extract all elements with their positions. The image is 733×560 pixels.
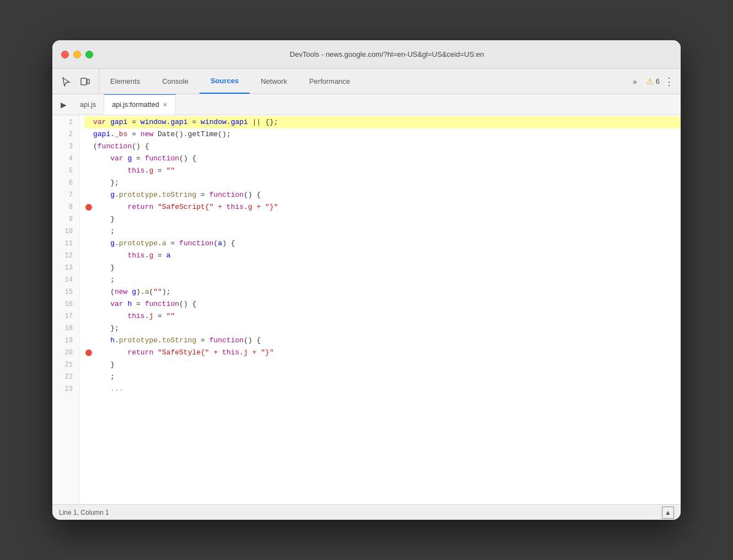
code-line-8: return "SafeScript{" + this.g + "}" [84, 201, 681, 213]
maximize-button[interactable] [85, 51, 93, 58]
toolbar-right: » ⚠ 6 ⋮ [622, 69, 681, 94]
cursor-icon[interactable] [59, 74, 73, 89]
window-title: DevTools - news.google.com/?hl=en-US&gl=… [102, 50, 672, 58]
line-num-21: 21 [59, 359, 73, 371]
line-num-22: 22 [59, 371, 73, 383]
code-line-17: this.j = "" [84, 310, 681, 322]
line-numbers: 1 2 3 4 5 6 7 8 9 10 11 12 13 14 15 16 1… [52, 115, 80, 504]
file-tab-api-js[interactable]: api.js [72, 94, 104, 115]
more-tabs-button[interactable]: » [628, 75, 642, 88]
code-line-3: (function() { [84, 141, 681, 153]
tab-sources[interactable]: Sources [200, 69, 250, 94]
line-num-3: 3 [59, 141, 73, 153]
code-line-5: this.g = "" [84, 165, 681, 177]
code-line-13: } [84, 262, 681, 274]
settings-button[interactable]: ⋮ [664, 76, 674, 88]
close-tab-icon[interactable]: ✕ [163, 102, 168, 108]
code-line-21: } [84, 359, 681, 371]
line-num-8: 8 [59, 201, 73, 213]
line-num-13: 13 [59, 262, 73, 274]
status-text: Line 1, Column 1 [59, 509, 662, 516]
code-lines[interactable]: var gapi = window.gapi = window.gapi || … [80, 115, 681, 504]
main-tabs: Elements Console Sources Network Perform… [99, 69, 622, 94]
breakpoint-20[interactable] [85, 349, 92, 356]
code-line-15: (new g).a(""); [84, 286, 681, 298]
line-num-16: 16 [59, 298, 73, 310]
svg-rect-1 [87, 79, 89, 84]
line-num-7: 7 [59, 189, 73, 201]
warning-count: 6 [656, 77, 660, 85]
line-num-11: 11 [59, 238, 73, 250]
code-line-19: h.prototype.toString = function() { [84, 335, 681, 347]
line-num-9: 9 [59, 213, 73, 225]
minimize-button[interactable] [73, 51, 81, 58]
code-line-14: ; [84, 274, 681, 286]
title-bar: DevTools - news.google.com/?hl=en-US&gl=… [52, 40, 681, 69]
line-num-12: 12 [59, 250, 73, 262]
line-num-2: 2 [59, 128, 73, 141]
code-line-16: var h = function() { [84, 298, 681, 310]
svg-rect-0 [81, 78, 87, 85]
code-line-10: ; [84, 225, 681, 238]
line-num-23: 23 [59, 383, 73, 395]
devtools-window: DevTools - news.google.com/?hl=en-US&gl=… [52, 40, 681, 520]
traffic-lights [61, 51, 93, 58]
warning-icon: ⚠ [646, 76, 654, 87]
device-icon[interactable] [78, 74, 92, 89]
breakpoint-8[interactable] [85, 204, 92, 211]
line-num-1: 1 [59, 116, 73, 128]
line-num-18: 18 [59, 322, 73, 335]
line-num-14: 14 [59, 274, 73, 286]
code-line-7: g.prototype.toString = function() { [84, 189, 681, 201]
status-bar: Line 1, Column 1 ▲ [52, 504, 681, 520]
code-line-20: return "SafeStyle{" + this.j + "}" [84, 347, 681, 359]
line-num-6: 6 [59, 177, 73, 189]
code-line-9: } [84, 213, 681, 225]
tab-console[interactable]: Console [151, 69, 200, 94]
code-line-12: this.g = a [84, 250, 681, 262]
line-num-19: 19 [59, 335, 73, 347]
tab-network[interactable]: Network [250, 69, 298, 94]
line-num-15: 15 [59, 286, 73, 298]
code-content: 1 2 3 4 5 6 7 8 9 10 11 12 13 14 15 16 1… [52, 115, 681, 504]
line-num-5: 5 [59, 165, 73, 177]
file-tab-api-js-formatted[interactable]: api.js:formatted ✕ [104, 94, 175, 115]
line-num-10: 10 [59, 225, 73, 238]
code-line-22: ; [84, 371, 681, 383]
close-button[interactable] [61, 51, 69, 58]
toolbar-icons [52, 69, 99, 94]
status-icon[interactable]: ▲ [662, 507, 674, 519]
code-line-1: var gapi = window.gapi = window.gapi || … [84, 116, 681, 128]
run-button[interactable]: ▶ [55, 94, 72, 115]
code-line-4: var g = function() { [84, 153, 681, 165]
file-tabs: ▶ api.js api.js:formatted ✕ [52, 94, 681, 115]
code-area: 1 2 3 4 5 6 7 8 9 10 11 12 13 14 15 16 1… [52, 115, 681, 504]
code-line-23: ... [84, 383, 681, 395]
line-num-17: 17 [59, 310, 73, 322]
tab-performance[interactable]: Performance [298, 69, 361, 94]
code-line-2: gapi._bs = new Date().getTime(); [84, 128, 681, 141]
code-line-18: }; [84, 322, 681, 335]
code-line-11: g.prototype.a = function(a) { [84, 238, 681, 250]
line-num-20: 20 [59, 347, 73, 359]
line-num-4: 4 [59, 153, 73, 165]
code-line-6: }; [84, 177, 681, 189]
devtools-toolbar: Elements Console Sources Network Perform… [52, 69, 681, 94]
tab-elements[interactable]: Elements [99, 69, 151, 94]
warning-badge[interactable]: ⚠ 6 [646, 76, 660, 87]
